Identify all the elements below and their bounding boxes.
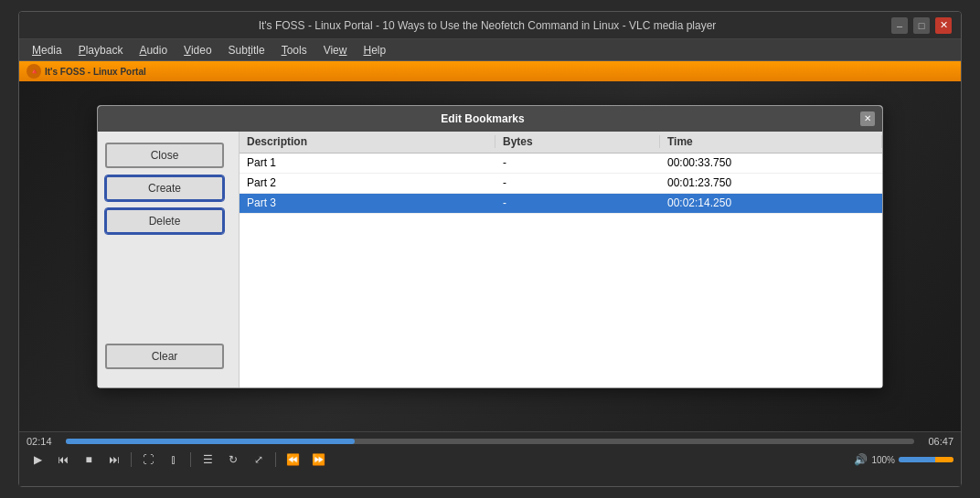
speaker-icon: 🔊 [854,453,868,466]
volume-bar[interactable] [899,457,953,462]
progress-row: 02:14 06:47 [27,436,953,447]
row-0-description: Part 1 [240,156,495,169]
minimize-button[interactable]: – [891,17,908,34]
sidebar-bottom: Clear [105,241,231,376]
volume-fill [899,457,953,462]
play-button[interactable]: ▶ [27,450,48,469]
menu-tools[interactable]: Tools [274,42,314,58]
menu-media[interactable]: Media [25,42,69,58]
header-bytes: Bytes [495,135,660,148]
row-0-bytes: - [495,156,660,169]
next-chapter-button[interactable]: ⏩ [307,450,329,469]
dialog-sidebar: Close Create Delete Clear [98,132,240,387]
table-row[interactable]: Part 2 - 00:01:23.750 [240,174,882,194]
toggle-playlist-button[interactable]: ☰ [197,450,218,469]
clear-button[interactable]: Clear [105,344,224,369]
table-body: Part 1 - 00:00:33.750 Part 2 - 00:01:23.… [240,154,882,387]
header-description: Description [240,135,495,148]
delete-button[interactable]: Delete [105,208,224,234]
video-area: 🔺 It's FOSS - Linux Portal Edit Bookmark… [19,61,961,431]
dialog-title-bar: Edit Bookmarks ✕ [98,106,882,132]
separator-3 [275,452,276,467]
menu-view[interactable]: View [316,42,355,58]
bookmarks-table: Description Bytes Time Part 1 - 00:00:33… [240,132,882,387]
volume-area: 🔊 100% [854,453,953,466]
table-header: Description Bytes Time [240,132,882,154]
row-2-time: 00:02:14.250 [660,196,882,209]
menu-playback[interactable]: Playback [71,42,131,58]
fullscreen-button[interactable]: ⛶ [137,450,159,469]
main-window: It's FOSS - Linux Portal - 10 Ways to Us… [18,11,962,487]
volume-percent-label: 100% [871,455,895,465]
table-row[interactable]: Part 3 - 00:02:14.250 [240,194,882,214]
controls-row: ▶ ⏮ ■ ⏭ ⛶ ⫿ ☰ ↻ ⤢ ⏪ ⏩ 🔊 100% [27,450,953,469]
menu-subtitle[interactable]: Subtitle [221,42,272,58]
dialog-title: Edit Bookmarks [105,112,860,125]
row-1-description: Part 2 [240,176,495,189]
prev-track-button[interactable]: ⏮ [52,450,74,469]
window-title: It's FOSS - Linux Portal - 10 Ways to Us… [83,19,891,32]
menu-audio[interactable]: Audio [132,42,175,58]
table-row[interactable]: Part 1 - 00:00:33.750 [240,154,882,174]
window-controls: – □ ✕ [891,17,952,34]
create-button[interactable]: Create [105,175,224,201]
extended-settings-button[interactable]: ⫿ [163,450,185,469]
loop-button[interactable]: ↻ [222,450,244,469]
menu-help[interactable]: Help [356,42,393,58]
separator-1 [131,452,132,467]
header-time: Time [660,135,882,148]
menu-video[interactable]: Video [176,42,218,58]
title-bar: It's FOSS - Linux Portal - 10 Ways to Us… [19,12,961,39]
menu-bar: Media Playback Audio Video Subtitle Tool… [19,39,961,61]
close-button[interactable]: Close [105,143,224,168]
row-1-bytes: - [495,176,660,189]
progress-fill [66,439,355,444]
row-0-time: 00:00:33.750 [660,156,882,169]
total-time: 06:47 [921,436,953,447]
current-time: 02:14 [27,436,59,447]
dialog-close-x-button[interactable]: ✕ [860,111,875,126]
random-button[interactable]: ⤢ [248,450,270,469]
window-close-button[interactable]: ✕ [935,17,952,34]
separator-2 [190,452,191,467]
dialog-body: Close Create Delete Clear Description By… [98,132,882,387]
stop-button[interactable]: ■ [78,450,100,469]
maximize-button[interactable]: □ [913,17,930,34]
row-2-bytes: - [495,196,660,209]
next-track-button[interactable]: ⏭ [103,450,125,469]
progress-bar[interactable] [66,439,914,444]
row-2-description: Part 3 [240,196,495,209]
edit-bookmarks-dialog: Edit Bookmarks ✕ Close Create Delete Cle… [97,105,883,388]
dialog-overlay: Edit Bookmarks ✕ Close Create Delete Cle… [19,61,961,431]
playback-bar: 02:14 06:47 ▶ ⏮ ■ ⏭ ⛶ ⫿ ☰ ↻ ⤢ ⏪ ⏩ 🔊 100% [19,431,961,486]
row-1-time: 00:01:23.750 [660,176,882,189]
prev-chapter-button[interactable]: ⏪ [282,450,304,469]
